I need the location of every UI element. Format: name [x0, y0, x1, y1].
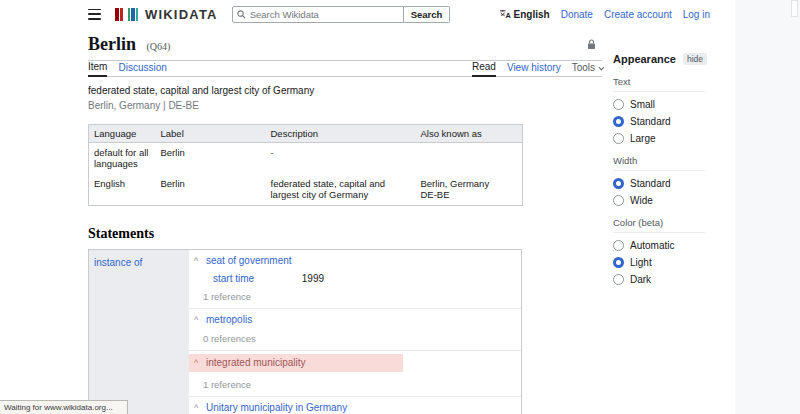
tools-menu[interactable]: Tools	[572, 60, 602, 76]
search-button[interactable]: Search	[404, 6, 451, 23]
radio-width-wide[interactable]: Wide	[613, 195, 705, 206]
entity-id: (Q64)	[146, 41, 170, 52]
aliases-text: Berlin, Germany | DE-BE	[88, 100, 602, 111]
tab-item[interactable]: Item	[88, 59, 107, 77]
text-size-options: Small Standard Large	[613, 99, 705, 144]
cell-language: English	[89, 174, 156, 206]
radio-text-large[interactable]: Large	[613, 133, 705, 144]
search-bar: Search	[232, 6, 451, 23]
radio-icon	[613, 133, 624, 144]
radio-selected-icon	[613, 178, 624, 189]
rank-selector-icon[interactable]: ^	[194, 316, 201, 324]
col-label: Label	[156, 125, 266, 143]
search-input[interactable]	[250, 9, 399, 20]
statement-seat-of-government: ^ seat of government start time 1999 1 r…	[189, 250, 521, 309]
table-row: English Berlin federated state, capital …	[89, 174, 523, 206]
main-content: Berlin (Q64) Item Discussion Read View h…	[88, 30, 602, 414]
rank-selector-icon[interactable]: ^	[194, 359, 201, 367]
radio-text-small[interactable]: Small	[613, 99, 705, 110]
radio-label: Light	[630, 257, 652, 268]
col-also-known-as: Also known as	[416, 125, 523, 143]
browser-status-bar: Waiting for www.wikidata.org...	[0, 400, 128, 414]
property-column: instance of	[89, 250, 189, 414]
radio-label: Standard	[630, 178, 671, 189]
qualifiers: start time 1999	[213, 273, 513, 284]
alias-line: DE-BE	[421, 189, 518, 200]
statements-heading: Statements	[88, 226, 602, 242]
radio-selected-icon	[613, 116, 624, 127]
page-gutter	[735, 0, 800, 414]
search-icon	[237, 10, 246, 19]
chevron-down-icon	[599, 65, 605, 71]
radio-label: Dark	[630, 274, 651, 285]
color-options: Automatic Light Dark	[613, 240, 705, 285]
terms-header-row: Language Label Description Also known as	[89, 125, 523, 143]
wikidata-logo-text: WIKIDATA	[145, 7, 218, 22]
page-tabs: Item Discussion Read View history Tools	[88, 61, 602, 77]
radio-label: Small	[630, 99, 655, 110]
radio-color-light[interactable]: Light	[613, 257, 705, 268]
references-toggle[interactable]: 1 reference	[203, 291, 513, 302]
radio-icon	[613, 195, 624, 206]
vertical-scrollbar[interactable]	[791, 0, 798, 17]
radio-color-dark[interactable]: Dark	[613, 274, 705, 285]
width-options: Standard Wide	[613, 178, 705, 206]
search-box[interactable]	[232, 6, 404, 23]
title-row: Berlin (Q64)	[88, 30, 602, 61]
radio-label: Wide	[630, 195, 653, 206]
radio-icon	[613, 274, 624, 285]
statement-group: instance of ^ seat of government start t…	[88, 249, 522, 414]
claim-value-link[interactable]: Unitary municipality in Germany	[206, 402, 347, 414]
rank-selector-icon[interactable]: ^	[194, 404, 201, 412]
claim-value-link[interactable]: integrated municipality	[206, 357, 306, 369]
qualifier-value: 1999	[302, 273, 324, 284]
status-text: Waiting for www.wikidata.org...	[4, 403, 113, 412]
terms-table: Language Label Description Also known as…	[88, 124, 523, 206]
radio-icon	[613, 240, 624, 251]
statement-integrated-municipality: ^ integrated municipality 1 reference	[189, 351, 521, 397]
radio-icon	[613, 99, 624, 110]
tab-read[interactable]: Read	[472, 59, 496, 77]
donate-link[interactable]: Donate	[561, 9, 593, 20]
cell-aliases: Berlin, Germany DE-BE	[416, 174, 523, 206]
wikidata-logo[interactable]: WIKIDATA	[115, 7, 218, 22]
appearance-panel: Appearance hide Text Small Standard Larg…	[613, 53, 705, 291]
radio-width-standard[interactable]: Standard	[613, 178, 705, 189]
cell-label: Berlin	[156, 174, 266, 206]
references-toggle[interactable]: 0 references	[203, 333, 513, 344]
appearance-hide-button[interactable]: hide	[683, 53, 707, 65]
tab-view-history[interactable]: View history	[507, 60, 561, 76]
entity-description: federated state, capital and largest cit…	[88, 85, 602, 111]
table-row: default for all languages Berlin -	[89, 143, 523, 175]
description-text: federated state, capital and largest cit…	[88, 85, 602, 96]
section-label-width: Width	[613, 155, 705, 171]
claims-column: ^ seat of government start time 1999 1 r…	[189, 250, 521, 414]
wikidata-logo-barcode-icon	[115, 8, 139, 21]
radio-label: Large	[630, 133, 656, 144]
personal-tools: A English Donate Create account Log in	[499, 0, 710, 28]
radio-selected-icon	[613, 257, 624, 268]
claim-value-link[interactable]: metropolis	[206, 314, 252, 326]
language-selector[interactable]: A English	[499, 9, 550, 20]
main-menu-icon[interactable]	[88, 9, 101, 20]
cell-description: -	[266, 143, 416, 175]
tools-label: Tools	[572, 62, 595, 73]
property-link-instance-of[interactable]: instance of	[94, 257, 142, 268]
radio-color-automatic[interactable]: Automatic	[613, 240, 705, 251]
create-account-link[interactable]: Create account	[604, 9, 672, 20]
lock-icon	[587, 36, 596, 54]
qualifier-property-link[interactable]: start time	[213, 273, 299, 284]
radio-text-standard[interactable]: Standard	[613, 116, 705, 127]
rank-selector-icon[interactable]: ^	[194, 257, 201, 265]
col-description: Description	[266, 125, 416, 143]
language-icon: A	[499, 9, 511, 19]
log-in-link[interactable]: Log in	[683, 9, 710, 20]
language-label: English	[514, 9, 550, 20]
claim-value-link[interactable]: seat of government	[206, 255, 292, 267]
radio-label: Automatic	[630, 240, 674, 251]
section-label-color: Color (beta)	[613, 217, 705, 233]
section-label-text: Text	[613, 76, 705, 92]
col-language: Language	[89, 125, 156, 143]
tab-discussion[interactable]: Discussion	[118, 60, 166, 76]
references-toggle[interactable]: 1 reference	[203, 379, 513, 390]
